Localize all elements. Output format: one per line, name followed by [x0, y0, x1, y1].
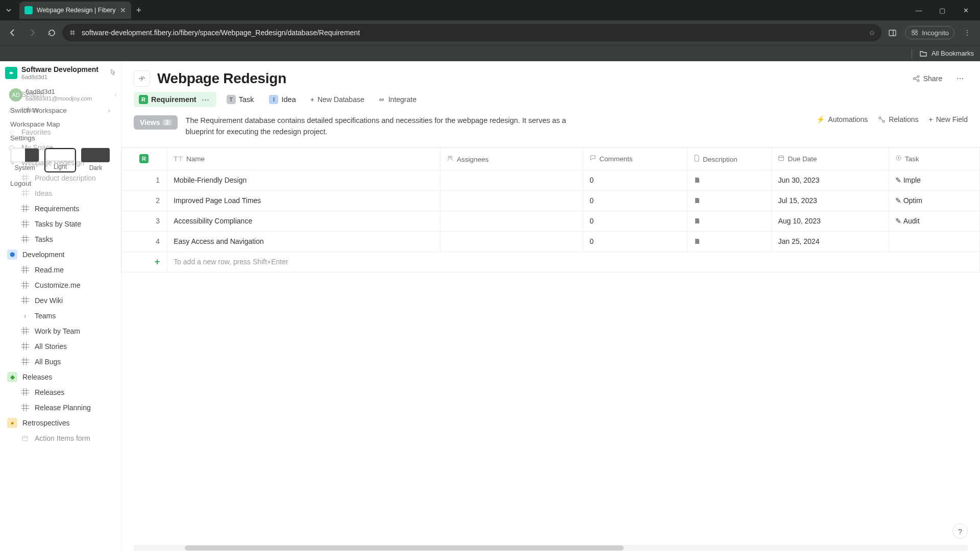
- window-maximize-icon[interactable]: ▢: [935, 7, 949, 14]
- cell-description[interactable]: [687, 170, 772, 190]
- doc-icon: [694, 238, 701, 245]
- grid-icon: [21, 388, 29, 396]
- column-header-description[interactable]: Description: [687, 147, 772, 170]
- plus-icon: +: [155, 257, 160, 267]
- cell-assignees[interactable]: [440, 211, 583, 231]
- cell-description[interactable]: [687, 231, 772, 252]
- browser-tab-active[interactable]: Webpage Redesign | Fibery ✕: [19, 2, 131, 19]
- cell-task[interactable]: [889, 231, 979, 252]
- toggle-sidebar-button[interactable]: [134, 70, 150, 87]
- sidebar-favorites[interactable]: ☆ Favorites: [0, 124, 121, 140]
- reload-button[interactable]: [43, 24, 60, 41]
- cell-comments[interactable]: 0: [583, 211, 688, 231]
- cell-assignees[interactable]: [440, 231, 583, 252]
- sidebar-item-tasks-by-state[interactable]: Tasks by State: [0, 216, 121, 232]
- sidebar-space-development[interactable]: ⬢ Development: [0, 247, 121, 262]
- back-button[interactable]: [4, 24, 21, 41]
- tab-search-dropdown[interactable]: [0, 2, 17, 18]
- cell-name[interactable]: Mobile-Friendly Design: [167, 170, 440, 190]
- sidebar-myspace[interactable]: My Space: [0, 140, 121, 155]
- cell-assignees[interactable]: [440, 190, 583, 211]
- cell-name[interactable]: Improved Page Load Times: [167, 190, 440, 211]
- sidebar-item-work-by-team[interactable]: Work by Team: [0, 323, 121, 339]
- sidebar-item-all-bugs[interactable]: All Bugs: [0, 354, 121, 369]
- new-tab-button[interactable]: +: [136, 5, 142, 16]
- column-header-name[interactable]: T⊤Name: [167, 147, 440, 170]
- cell-due-date[interactable]: Jan 25, 2024: [772, 231, 889, 252]
- sidebar-collapse-icon[interactable]: ‹: [114, 90, 117, 98]
- sidebar-space-releases[interactable]: ◆ Releases: [0, 369, 121, 385]
- sidebar-item-teams[interactable]: ›Teams: [0, 308, 121, 323]
- all-bookmarks-link[interactable]: All Bookmarks: [932, 49, 974, 57]
- tab-task[interactable]: T Task: [222, 92, 259, 107]
- sidebar-item-tasks[interactable]: Tasks: [0, 232, 121, 247]
- table-row[interactable]: 2Improved Page Load Times0Jul 15, 2023✎O…: [122, 190, 980, 211]
- workspace-header[interactable]: Software Development 6ad8d3d1: [0, 61, 121, 86]
- new-database-button[interactable]: + New Database: [306, 92, 369, 107]
- sidebar-item-all-stories[interactable]: All Stories: [0, 339, 121, 354]
- sidebar-item-action-items[interactable]: Action Items form: [0, 431, 121, 446]
- horizontal-scrollbar[interactable]: [134, 545, 968, 551]
- table-row[interactable]: 4Easy Access and Navigation0Jan 25, 2024: [122, 231, 980, 252]
- column-header-task[interactable]: Task: [889, 147, 979, 170]
- cell-assignees[interactable]: [440, 170, 583, 190]
- sidebar-item-requirements[interactable]: Requirements: [0, 201, 121, 216]
- new-field-button[interactable]: +New Field: [929, 115, 968, 123]
- sidebar-item-ideas[interactable]: Ideas: [0, 186, 121, 201]
- forward-button[interactable]: [23, 24, 41, 41]
- sidebar-item-dev-wiki[interactable]: Dev Wiki: [0, 293, 121, 308]
- tab-requirement[interactable]: R Requirement ⋯: [134, 92, 216, 107]
- column-header-assignees[interactable]: Assignees: [440, 147, 583, 170]
- window-minimize-icon[interactable]: ―: [912, 7, 926, 14]
- integrate-button[interactable]: Integrate: [374, 92, 421, 107]
- sidebar-item-release-planning[interactable]: Release Planning: [0, 400, 121, 415]
- sidebar-search[interactable]: Search… ‹: [0, 87, 121, 102]
- tab-idea[interactable]: I Idea: [264, 92, 301, 107]
- side-panel-icon[interactable]: [884, 24, 901, 41]
- cell-description[interactable]: [687, 190, 772, 211]
- share-button[interactable]: Share: [907, 71, 947, 86]
- incognito-badge[interactable]: Incognito: [905, 26, 954, 39]
- views-button[interactable]: Views 2: [134, 115, 178, 130]
- automations-button[interactable]: ⚡Automations: [816, 115, 868, 123]
- sidebar-item-releases[interactable]: Releases: [0, 385, 121, 400]
- column-header-due-date[interactable]: Due Date: [772, 147, 889, 170]
- share-icon: [912, 74, 920, 83]
- sidebar-space-retrospectives[interactable]: ● Retrospectives: [0, 415, 121, 431]
- cell-due-date[interactable]: Aug 10, 2023: [772, 211, 889, 231]
- cell-description[interactable]: [687, 211, 772, 231]
- sidebar-space-webpage-redesign[interactable]: ⇅ Webpage Redesign: [0, 155, 121, 170]
- table-row[interactable]: 3Accessibility Compliance0Aug 10, 2023✎A…: [122, 211, 980, 231]
- address-bar[interactable]: software-development.fibery.io/fibery/sp…: [62, 24, 881, 41]
- cell-name[interactable]: Accessibility Compliance: [167, 211, 440, 231]
- expand-icon[interactable]: ⇅: [7, 158, 16, 167]
- bookmark-star-icon[interactable]: ☆: [869, 29, 875, 37]
- cell-comments[interactable]: 0: [583, 231, 688, 252]
- table-row[interactable]: 1Mobile-Friendly Design0Jun 30, 2023✎Imp…: [122, 170, 980, 190]
- help-button[interactable]: ?: [952, 523, 968, 539]
- sidebar-item-product-description[interactable]: Product description: [0, 170, 121, 186]
- tab-more-icon[interactable]: ⋯: [200, 95, 211, 104]
- tab-close-icon[interactable]: ✕: [120, 6, 126, 14]
- sidebar-item-customizeme[interactable]: Customize.me: [0, 278, 121, 293]
- more-menu-icon[interactable]: ⋯: [952, 72, 968, 85]
- scrollbar-thumb[interactable]: [185, 545, 624, 550]
- cell-due-date[interactable]: Jun 30, 2023: [772, 170, 889, 190]
- cell-task[interactable]: ✎Optim: [889, 190, 979, 211]
- cell-task[interactable]: ✎Audit: [889, 211, 979, 231]
- window-close-icon[interactable]: ✕: [959, 7, 973, 14]
- chrome-menu-icon[interactable]: ⋮: [959, 24, 976, 41]
- svg-point-15: [883, 120, 885, 122]
- site-info-icon[interactable]: [68, 29, 77, 37]
- relations-button[interactable]: Relations: [878, 115, 918, 123]
- sidebar-item-readme[interactable]: Read.me: [0, 262, 121, 278]
- column-header-comments[interactable]: Comments: [583, 147, 688, 170]
- add-row[interactable]: + To add a new row, press Shift+Enter: [122, 252, 980, 272]
- cell-name[interactable]: Easy Access and Navigation: [167, 231, 440, 252]
- column-header-index[interactable]: R: [122, 147, 167, 170]
- cell-due-date[interactable]: Jul 15, 2023: [772, 190, 889, 211]
- cell-task[interactable]: ✎Imple: [889, 170, 979, 190]
- cell-comments[interactable]: 0: [583, 190, 688, 211]
- sidebar-inbox[interactable]: Inbox: [0, 102, 121, 117]
- cell-comments[interactable]: 0: [583, 170, 688, 190]
